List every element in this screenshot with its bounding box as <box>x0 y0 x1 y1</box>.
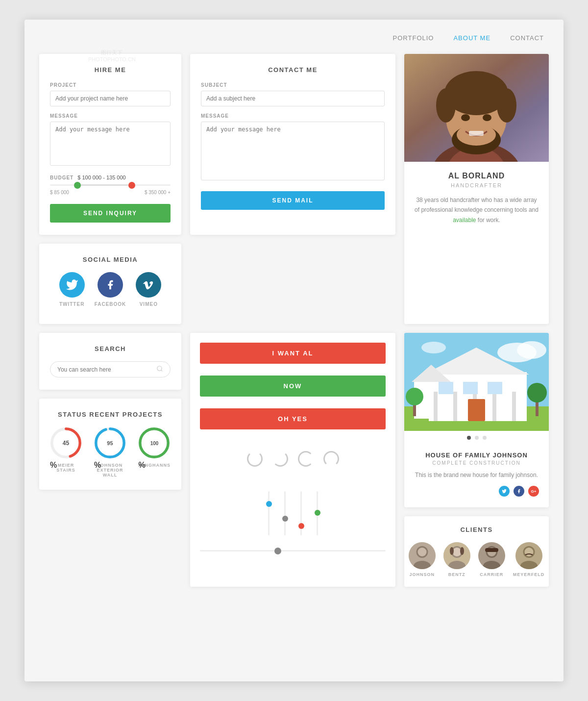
profile-job-title: HANDCRAFTER <box>414 182 539 188</box>
social-media-card: SOCIAL MEDIA TWITTER FACEBOOK <box>39 244 181 324</box>
vimeo-label: VIMEO <box>140 301 158 307</box>
v-thumb-3[interactable] <box>298 523 304 529</box>
nav-about-me[interactable]: ABOUT ME <box>453 34 490 42</box>
portfolio-project-sub: COMPLETE CONSTRUCTION <box>414 460 539 466</box>
svg-point-13 <box>157 366 162 371</box>
now-button[interactable]: NOW <box>200 376 386 397</box>
spinner-4 <box>323 451 339 467</box>
subject-input[interactable] <box>201 91 385 106</box>
send-inquiry-button[interactable]: SEND INQUIRY <box>50 204 171 223</box>
johnson-avatar <box>409 542 436 569</box>
portfolio-info: HOUSE OF FAMILY JOHNSON COMPLETE CONSTRU… <box>404 445 549 507</box>
search-icon <box>156 365 163 374</box>
contact-message-textarea[interactable] <box>201 122 385 180</box>
vimeo-wrap[interactable]: VIMEO <box>136 272 161 307</box>
profile-info: AL BORLAND HANDCRAFTER 38 years old hand… <box>404 162 549 235</box>
twitter-icon[interactable] <box>59 272 85 298</box>
spinner-1 <box>247 451 263 467</box>
clients-card: CLIENTS JOHNSON <box>404 516 549 587</box>
budget-slider[interactable]: $ 85 000 $ 350 000 + <box>50 184 171 195</box>
portfolio-google-icon[interactable]: G+ <box>528 486 539 497</box>
client-meyerfeld: MEYERFELD <box>513 542 545 577</box>
spinner-2 <box>272 451 288 467</box>
svg-rect-29 <box>453 392 457 421</box>
budget-label: BUDGET <box>50 175 74 180</box>
v-slider-1[interactable] <box>268 491 270 535</box>
main-grid: HIRE ME PROJECT MESSAGE BUDGET $ 100 000… <box>39 54 549 587</box>
meier-percent: 45 <box>63 440 69 447</box>
v-thumb-2[interactable] <box>282 516 288 522</box>
johnson-percent: 95 <box>107 440 113 446</box>
slider-thumb-right[interactable] <box>128 182 135 189</box>
carrier-avatar <box>478 542 505 569</box>
meier-donut: 45% <box>50 427 82 459</box>
v-thumb-4[interactable] <box>315 510 320 516</box>
twitter-wrap[interactable]: TWITTER <box>59 272 85 307</box>
hire-me-title: HIRE ME <box>50 66 171 74</box>
client-bentz: BENTZ <box>443 542 470 577</box>
svg-point-22 <box>517 341 546 359</box>
profile-image <box>404 54 549 162</box>
svg-point-6 <box>436 88 456 123</box>
profile-description: 38 years old handcrafter who has a wide … <box>414 195 539 225</box>
dot-1[interactable] <box>467 436 471 440</box>
h-thumb[interactable] <box>274 548 281 554</box>
nav-bar: PORTFOLIO ABOUT ME CONTACT <box>39 34 549 42</box>
status-title: STATUS RECENT PROJECTS <box>50 411 171 418</box>
main-container: 图行天下PHOTOPHOTO.CN PORTFOLIO ABOUT ME CON… <box>24 20 564 681</box>
social-title: SOCIAL MEDIA <box>50 256 171 263</box>
dot-3[interactable] <box>483 436 487 440</box>
svg-point-51 <box>460 547 464 555</box>
portfolio-project-name: HOUSE OF FAMILY JOHNSON <box>414 451 539 459</box>
facebook-wrap[interactable]: FACEBOOK <box>95 272 126 307</box>
portfolio-project-desc: This is the brand new house for family j… <box>414 471 539 480</box>
facebook-label: FACEBOOK <box>95 301 126 307</box>
v-slider-4[interactable] <box>317 491 318 535</box>
contact-message-label: MESSAGE <box>201 113 385 119</box>
client-johnson: JOHNSON <box>409 542 436 577</box>
hire-me-card: HIRE ME PROJECT MESSAGE BUDGET $ 100 000… <box>39 54 181 235</box>
send-mail-button[interactable]: SEND MAIL <box>201 191 385 210</box>
bentz-name: BENTZ <box>448 572 466 577</box>
nav-portfolio[interactable]: PORTFOLIO <box>393 34 434 42</box>
svg-point-38 <box>406 388 423 405</box>
svg-rect-35 <box>488 382 502 394</box>
h-track <box>200 550 386 551</box>
contact-me-card: CONTACT ME SUBJECT MESSAGE SEND MAIL <box>190 54 395 235</box>
portfolio-twitter-icon[interactable] <box>499 486 510 497</box>
dots-row <box>404 431 549 445</box>
vimeo-icon[interactable] <box>136 272 161 298</box>
carrier-name: CARRIER <box>480 572 503 577</box>
v-slider-3[interactable] <box>300 491 302 535</box>
profile-name: AL BORLAND <box>414 172 539 180</box>
svg-rect-28 <box>434 392 438 421</box>
h-slider[interactable] <box>200 550 386 551</box>
slider-thumb-left[interactable] <box>74 182 81 189</box>
budget-max: $ 350 000 + <box>145 190 171 195</box>
budget-value: $ 100 000 - 135 000 <box>77 175 125 180</box>
portfolio-facebook-icon[interactable] <box>514 486 524 497</box>
johnson-name: JOHNSON <box>409 572 435 577</box>
profile-card: AL BORLAND HANDCRAFTER 38 years old hand… <box>404 54 549 324</box>
svg-point-49 <box>452 548 461 556</box>
project-input[interactable] <box>50 91 171 106</box>
search-input[interactable] <box>57 366 152 373</box>
message-textarea[interactable] <box>50 122 171 166</box>
available-link[interactable]: available <box>453 217 476 224</box>
nav-contact[interactable]: CONTACT <box>510 34 544 42</box>
meyerfeld-name: MEYERFELD <box>513 572 545 577</box>
vertical-sliders <box>200 486 386 535</box>
v-thumb-1[interactable] <box>266 501 272 507</box>
v-slider-2[interactable] <box>284 491 286 535</box>
dot-2[interactable] <box>475 436 479 440</box>
want-al-button[interactable]: I WANT AL <box>200 343 386 364</box>
budget-min: $ 85 000 <box>50 190 69 195</box>
johnson-donut: 95% <box>94 427 126 459</box>
message-label: MESSAGE <box>50 113 171 119</box>
svg-point-10 <box>461 114 470 121</box>
junghanns-donut: 100% <box>138 427 170 459</box>
svg-rect-34 <box>463 382 478 394</box>
oh-yes-button[interactable]: OH YES <box>200 408 386 429</box>
facebook-icon[interactable] <box>98 272 123 298</box>
subject-label: SUBJECT <box>201 82 385 88</box>
